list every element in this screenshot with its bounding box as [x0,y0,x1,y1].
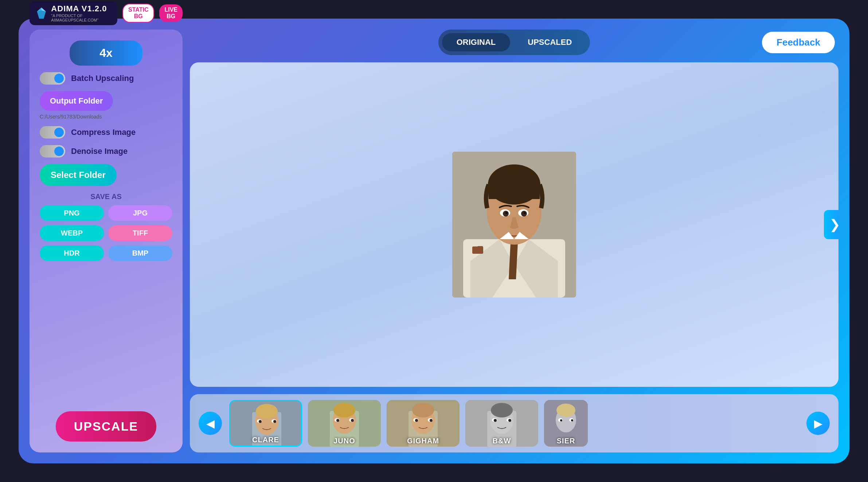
strip-next-button[interactable]: ▶ [806,412,830,435]
format-hdr-button[interactable]: HDR [40,245,104,261]
batch-upscaling-toggle[interactable] [40,72,65,85]
svg-point-56 [556,404,575,417]
compress-image-toggle[interactable] [40,126,65,139]
static-bg-badge[interactable]: STATICBG [122,4,154,23]
batch-upscaling-label: Batch Upscaling [71,74,134,83]
toggle-knob [54,74,64,83]
svg-point-45 [430,419,433,422]
thumbnail-list: CLARE [229,400,799,447]
format-webp-button[interactable]: WEBP [40,225,104,241]
thumbnail-clare[interactable]: CLARE [229,400,302,447]
toggle-knob-denoise [54,147,64,156]
svg-point-36 [336,419,339,422]
svg-point-33 [333,403,355,417]
thumb-label-sier: SIER [544,437,588,445]
denoise-image-label: Denoise Image [71,147,128,156]
svg-point-60 [571,419,573,421]
denoise-image-row: Denoise Image [40,145,172,158]
right-section: ORIGINAL UPSCALED Feedback [190,30,838,452]
toggle-knob-compress [54,128,64,137]
svg-point-53 [508,419,511,422]
folder-path: C:/Users/91783/Downloads [40,114,172,120]
live-bg-badge[interactable]: LIVEBG [159,4,183,22]
app-title: ADIMA V1.2.0 [51,4,112,13]
format-png-button[interactable]: PNG [40,205,104,221]
format-grid: PNG JPG WEBP TIFF HDR BMP [40,205,172,261]
upscaled-view-button[interactable]: UPSCALED [513,33,586,51]
thumb-label-bw: B&W [465,437,538,445]
select-folder-button[interactable]: Select Folder [40,164,117,186]
logo-icon [35,5,47,21]
svg-point-52 [494,419,497,422]
feedback-button[interactable]: Feedback [762,32,835,53]
top-nav: ORIGINAL UPSCALED Feedback [190,30,838,55]
save-as-label: SAVE AS [40,193,172,201]
svg-point-44 [415,419,418,422]
chevron-right-button[interactable]: ❯ [824,210,838,239]
svg-point-29 [273,420,276,423]
left-panel: ADIMA V1.2.0 "A PRODUCT OF AIIMAGEUPSCAL… [30,30,183,452]
scale-button[interactable]: 4x [70,40,142,66]
thumbnail-gigham[interactable]: GIGHAM [387,400,460,447]
next-arrow-icon: ▶ [814,417,822,430]
main-image: Z [452,152,576,298]
format-jpg-button[interactable]: JPG [108,205,172,221]
thumb-label-juno: JUNO [308,437,381,445]
format-tiff-button[interactable]: TIFF [108,225,172,241]
app-container: ADIMA V1.2.0 "A PRODUCT OF AIIMAGEUPSCAL… [19,19,849,463]
thumbnail-juno[interactable]: JUNO [308,400,381,447]
compress-image-label: Compress Image [71,128,136,137]
svg-point-41 [412,403,434,417]
chevron-right-icon: ❯ [829,217,838,232]
app-subtitle: "A PRODUCT OF AIIMAGEUPSCALE.COM" [51,13,112,22]
svg-point-59 [560,419,562,421]
thumb-label-clare: CLARE [230,436,301,444]
format-bmp-button[interactable]: BMP [108,245,172,261]
svg-point-49 [491,403,513,417]
svg-text:Z: Z [477,244,483,255]
save-as-section: SAVE AS PNG JPG WEBP TIFF HDR BMP [40,193,172,261]
logo-area: ADIMA V1.2.0 "A PRODUCT OF AIIMAGEUPSCAL… [30,1,117,25]
prev-arrow-icon: ◀ [206,417,215,430]
batch-upscaling-row: Batch Upscaling [40,72,172,85]
image-area: Z ❯ [190,62,838,387]
thumb-label-gigham: GIGHAM [387,437,460,445]
svg-point-28 [259,420,262,423]
svg-point-17 [505,212,508,214]
bottom-strip: ◀ [190,394,838,452]
logo-text-block: ADIMA V1.2.0 "A PRODUCT OF AIIMAGEUPSCAL… [51,4,112,22]
svg-point-25 [256,404,278,419]
compress-image-row: Compress Image [40,126,172,139]
svg-point-18 [524,212,526,214]
output-folder-button[interactable]: Output Folder [40,91,113,111]
upscale-button[interactable]: UPSCALE [56,411,156,442]
thumbnail-bw[interactable]: B&W [465,400,538,447]
thumbnail-sier[interactable]: SIER [544,400,588,447]
original-view-button[interactable]: ORIGINAL [442,33,511,51]
strip-prev-button[interactable]: ◀ [199,412,222,435]
view-toggle: ORIGINAL UPSCALED [438,30,590,55]
svg-point-37 [351,419,354,422]
portrait-svg: Z [452,152,576,298]
denoise-image-toggle[interactable] [40,145,65,158]
svg-marker-3 [37,10,46,19]
